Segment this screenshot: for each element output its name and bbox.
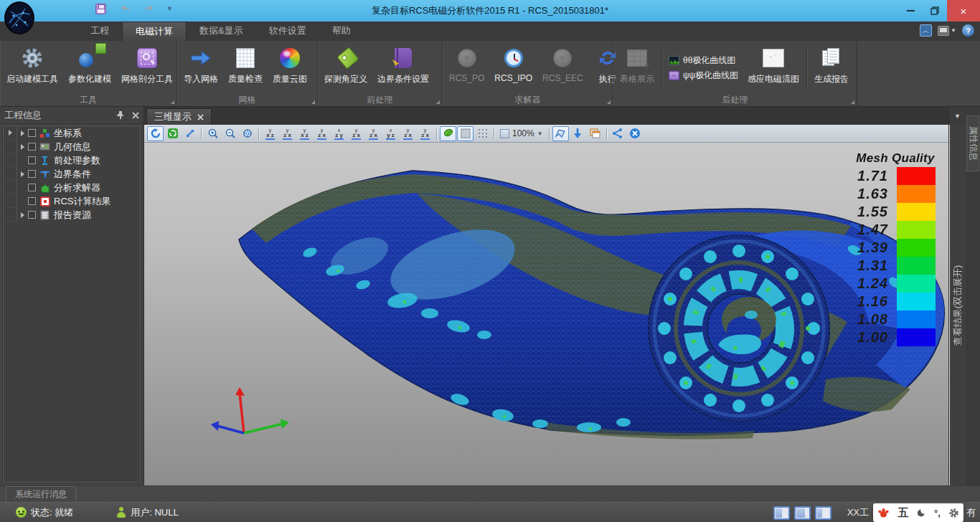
dialog-launcher-icon[interactable] <box>851 100 854 104</box>
rcs-eec-button[interactable]: RCS_EEC <box>537 42 588 93</box>
rcs-ipo-button[interactable]: RCS_IPO <box>489 42 537 93</box>
pin-icon[interactable] <box>116 110 125 120</box>
expand-icon[interactable] <box>9 130 12 136</box>
dialog-launcher-icon[interactable] <box>171 100 174 104</box>
psi-polarization-curve-button[interactable]: ψψ极化曲线图 <box>669 70 738 82</box>
tree-checkbox[interactable] <box>28 129 36 137</box>
zoom-in-button[interactable] <box>204 126 221 141</box>
cascade-windows-button[interactable] <box>587 126 603 141</box>
view-iso2-button[interactable]: xy z <box>382 126 399 141</box>
ime-punctuation-button[interactable]: °, <box>934 508 941 518</box>
points-render-button[interactable] <box>474 126 491 141</box>
tree-checkbox[interactable] <box>28 211 36 219</box>
tab-gongcheng[interactable]: 工程 <box>77 22 122 41</box>
launch-modeling-tool-button[interactable]: 启动建模工具 <box>1 42 63 93</box>
tree-item-analysis-solver[interactable]: 分析求解器 <box>4 181 140 194</box>
ime-mode-button[interactable]: 五 <box>897 506 908 520</box>
view-back-button[interactable]: yz x <box>279 126 296 141</box>
quality-cloudmap-button[interactable]: 质量云图 <box>268 42 312 93</box>
tree-item-rcs-results[interactable]: RCS计算结果 <box>4 194 140 208</box>
boundary-condition-settings-button[interactable]: 边界条件设置 <box>372 42 434 93</box>
view-right-button[interactable]: yz x <box>314 126 330 141</box>
zoom-out-button[interactable] <box>222 126 238 141</box>
viewport-3d-canvas[interactable] <box>144 143 948 485</box>
wireframe-render-button[interactable] <box>457 126 473 141</box>
view-left-button[interactable]: yx z <box>296 126 313 141</box>
minimize-button[interactable] <box>898 0 923 22</box>
app-logo-icon[interactable] <box>4 1 35 35</box>
generate-report-button[interactable]: 生成报告 <box>809 42 854 93</box>
ime-logo-icon[interactable] <box>877 507 890 518</box>
dialog-launcher-icon[interactable] <box>436 100 440 104</box>
view-top-button[interactable]: xz y <box>331 126 347 141</box>
tab-bangzhu[interactable]: 帮助 <box>319 22 364 41</box>
view-results-bar[interactable]: 查看结果(双击展开) <box>949 125 966 485</box>
dialog-launcher-icon[interactable] <box>311 100 315 104</box>
spin-view-button[interactable] <box>164 126 181 141</box>
probe-angle-define-button[interactable]: 探测角定义 <box>319 42 372 93</box>
ime-settings-gear-icon[interactable] <box>948 508 959 518</box>
view-front-button[interactable]: yx z <box>262 126 278 141</box>
display-style-button[interactable]: ▼ <box>938 26 956 36</box>
tab-3d-display[interactable]: 三维显示 <box>146 108 212 125</box>
expand-icon[interactable] <box>21 212 24 218</box>
rcs-po-button[interactable]: RCS_PO <box>444 42 489 93</box>
layout-right-panel-button[interactable] <box>815 506 831 520</box>
ime-moon-icon[interactable] <box>917 508 926 518</box>
close-button[interactable]: × <box>947 0 980 22</box>
expand-icon[interactable] <box>21 171 24 177</box>
drop-down-view-button[interactable] <box>570 126 586 141</box>
restore-button[interactable] <box>923 0 947 22</box>
system-messages-tab[interactable]: 系统运行消息 <box>6 486 76 503</box>
tree-item-report-resources[interactable]: 报告资源 <box>4 208 140 222</box>
quality-check-button[interactable]: 质量检查 <box>223 42 268 93</box>
parametric-modeling-button[interactable]: 参数化建模 <box>63 42 116 93</box>
view-iso3-button[interactable]: yz x <box>400 126 416 141</box>
tree-checkbox[interactable] <box>28 197 36 205</box>
expand-icon[interactable] <box>21 130 24 136</box>
tab-shuju-xianshi[interactable]: 数据&显示 <box>187 22 256 41</box>
copyright-text: XX工 <box>847 506 869 519</box>
import-mesh-button[interactable]: 导入网格 <box>179 42 223 93</box>
tree-item-boundary-condition[interactable]: 边界条件 <box>4 167 140 181</box>
tab-ruanjian-shezhi[interactable]: 软件设置 <box>256 22 319 41</box>
view-bottom-button[interactable]: yz x <box>348 126 364 141</box>
tree-checkbox[interactable] <box>28 170 36 178</box>
view-iso1-button[interactable]: yz x <box>365 126 382 141</box>
expand-icon[interactable] <box>21 144 24 150</box>
clock-icon <box>504 45 523 71</box>
tree-checkbox[interactable] <box>28 143 36 151</box>
help-button[interactable]: ? <box>962 24 974 37</box>
ime-toolbar[interactable]: 五 °, <box>873 503 963 522</box>
dialog-launcher-icon[interactable] <box>607 100 611 104</box>
layout-left-panel-button[interactable] <box>773 506 790 520</box>
select-region-button[interactable] <box>552 126 569 141</box>
zoom-percent-dropdown[interactable]: 100% ▼ <box>497 128 546 138</box>
tab-dianci-jisuan[interactable]: 电磁计算 <box>122 22 187 41</box>
pan-view-button[interactable] <box>182 126 198 141</box>
window-title: 复杂目标RCS电磁分析软件2015 R1 - RCS_2015031801* <box>0 4 980 17</box>
properties-panel-tab[interactable]: 属性信息 <box>966 115 979 171</box>
rotate-view-button[interactable] <box>147 126 164 141</box>
tree-item-coordinate-system[interactable]: 坐标系 <box>4 126 140 140</box>
view-iso4-button[interactable]: yz x <box>417 126 433 141</box>
viewport-3d[interactable]: Mesh Quality 1.71 1.63 1.55 1.47 1.39 1.… <box>144 143 948 485</box>
table-display-button[interactable]: 表格展示 <box>615 42 659 93</box>
tab-close-icon[interactable] <box>197 114 204 120</box>
tree-checkbox[interactable] <box>28 184 36 191</box>
tablist-dropdown-icon[interactable]: ▼ <box>949 107 966 125</box>
collapse-ribbon-button[interactable]: ︿ <box>920 24 932 37</box>
share-flow-button[interactable] <box>610 126 626 141</box>
tree-checkbox[interactable] <box>28 156 36 164</box>
mesh-partition-tool-button[interactable]: 网格剖分工具 <box>116 42 178 93</box>
share-icon <box>612 128 623 139</box>
tree-item-geometry-info[interactable]: 几何信息 <box>4 140 140 153</box>
theta-polarization-curve-button[interactable]: θθ极化曲线图 <box>669 54 738 67</box>
induced-current-map-button[interactable]: 感应电磁流图 <box>743 42 804 93</box>
clear-view-button[interactable] <box>627 126 644 141</box>
zoom-fit-button[interactable] <box>239 126 255 141</box>
tree-item-preprocess-params[interactable]: T 前处理参数 <box>4 153 140 167</box>
layout-center-panel-button[interactable] <box>794 506 811 520</box>
shaded-render-button[interactable] <box>440 126 456 141</box>
panel-close-icon[interactable] <box>132 112 139 119</box>
